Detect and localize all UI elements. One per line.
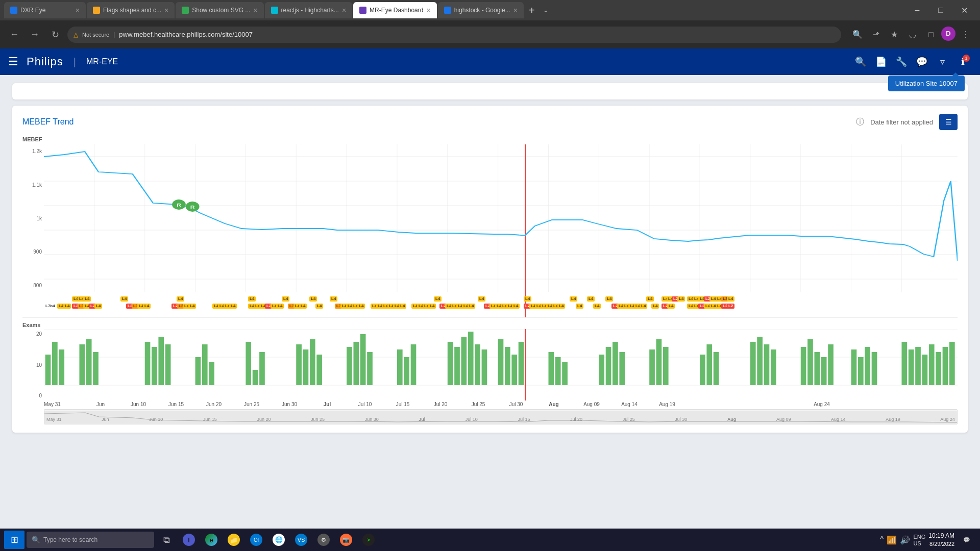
profile-button[interactable]: D: [941, 27, 955, 41]
flag-79-l4[interactable]: L4: [593, 304, 601, 309]
flag-67-l4[interactable]: L4: [512, 304, 520, 309]
hamburger-menu[interactable]: ☰: [8, 55, 18, 68]
bookmark-icon[interactable]: ★: [886, 27, 902, 43]
taskbar-search-input[interactable]: [43, 536, 135, 543]
taskbar-app-unknown1[interactable]: ⚙: [313, 531, 334, 549]
system-clock[interactable]: 10:19 AM 8/29/2022: [928, 532, 954, 548]
flag-32-l4[interactable]: L4: [282, 296, 289, 302]
flag-68-l4[interactable]: L4: [524, 296, 531, 302]
flag-16-l4[interactable]: L4: [177, 296, 184, 302]
flag-80-l4[interactable]: L4: [605, 296, 613, 302]
bar-39: [555, 357, 561, 385]
flag-75-l4[interactable]: L4: [557, 304, 565, 309]
flag-11-l4[interactable]: L4: [120, 296, 128, 302]
flag-10-l4[interactable]: L4: [94, 304, 102, 309]
taskbar-app-terminal[interactable]: >: [358, 531, 379, 549]
flag-94-l4[interactable]: L4: [667, 304, 675, 309]
extensions-icon[interactable]: ◡: [904, 27, 921, 43]
flag-37-l4[interactable]: L4: [315, 304, 323, 309]
tab-close-5[interactable]: ×: [426, 6, 430, 14]
chart-navigator[interactable]: May 31 Jun Jun 10 Jun 15 Jun 20 Jun 25 J…: [44, 409, 958, 424]
tab-reactjs-highcharts[interactable]: reactjs - Highcharts... ×: [265, 2, 353, 18]
bar-23: [360, 334, 366, 385]
flag-36-l4[interactable]: L4: [309, 296, 317, 302]
flag-60-l4[interactable]: L4: [468, 304, 475, 309]
filter-icon[interactable]: ▿: [933, 53, 951, 71]
taskbar-app-teams[interactable]: T: [179, 531, 199, 549]
refresh-button[interactable]: ↻: [47, 27, 63, 43]
settings-icon[interactable]: ⋮: [958, 27, 974, 43]
tab-highstock[interactable]: highstock - Google... ×: [438, 2, 524, 18]
taskbar-app-photos[interactable]: 📷: [336, 531, 356, 549]
taskbar-app-explorer[interactable]: 📁: [224, 531, 244, 549]
maximize-button[interactable]: □: [929, 0, 952, 20]
start-button[interactable]: ⊞: [4, 531, 24, 549]
flag-87-l4[interactable]: L4: [646, 296, 654, 302]
chart-menu-button[interactable]: ☰: [939, 114, 958, 130]
browser-toolbar-icons: 🔍 ⬏ ★ ◡ □ D ⋮: [849, 27, 974, 43]
flag-43-l4[interactable]: L4: [357, 304, 365, 309]
tab-close-3[interactable]: ×: [253, 6, 257, 14]
taskbar-app-chrome[interactable]: 🌐: [268, 531, 289, 549]
taskbar-search[interactable]: 🔍: [27, 532, 154, 548]
flag-54-l4[interactable]: L4: [434, 296, 442, 302]
clock-time: 10:19 AM: [928, 532, 954, 540]
action-center-button[interactable]: 💬: [958, 531, 976, 549]
flag-77-l4[interactable]: L4: [576, 304, 583, 309]
chart-info-icon[interactable]: ⓘ: [856, 117, 864, 128]
flag-86-l4[interactable]: L4: [640, 304, 647, 309]
taskbar-app-vscode[interactable]: VS: [291, 531, 311, 549]
back-button[interactable]: ←: [6, 27, 22, 43]
flag-2-l4[interactable]: L4: [63, 304, 71, 309]
tab-overflow-button[interactable]: ⌄: [540, 7, 551, 14]
close-button[interactable]: ✕: [952, 0, 976, 20]
flag-24-l4[interactable]: L4: [229, 304, 237, 309]
flag-20-l4[interactable]: L4: [188, 304, 196, 309]
tab-dxr-eye[interactable]: DXR Eye ×: [4, 2, 86, 18]
tab-close-6[interactable]: ×: [513, 6, 518, 14]
tool-icon[interactable]: 🔧: [892, 53, 911, 71]
mebef-trend-card: MEBEF Trend ⓘ Date filter not applied ☰ …: [12, 106, 968, 433]
flag-92-l4[interactable]: L4: [677, 296, 685, 302]
flag-31-l4[interactable]: L4: [276, 304, 284, 309]
forward-button[interactable]: →: [27, 27, 43, 43]
volume-icon[interactable]: 🔊: [900, 535, 910, 545]
flag-88-l4[interactable]: L4: [651, 304, 659, 309]
minimize-button[interactable]: –: [905, 0, 929, 20]
document-icon[interactable]: 📄: [872, 53, 890, 71]
flag-5-l4[interactable]: L4: [83, 296, 91, 302]
flag-76-l4[interactable]: L4: [570, 296, 577, 302]
flag-110-l2[interactable]: L2: [727, 304, 734, 309]
tab-close-1[interactable]: ×: [76, 6, 80, 14]
show-hidden-icons[interactable]: ^: [880, 535, 884, 544]
tab-mr-eye-dashboard[interactable]: MR-Eye Dashboard ×: [353, 2, 437, 18]
bar-71: [949, 342, 955, 385]
flag-109-l4[interactable]: L4: [727, 296, 734, 302]
search-icon[interactable]: 🔍: [851, 53, 870, 71]
flag-25-l4[interactable]: L4: [248, 296, 256, 302]
network-icon[interactable]: 📶: [887, 535, 897, 545]
taskbar-app-outlook[interactable]: Ol: [246, 531, 266, 549]
flag-78-l4[interactable]: L4: [587, 296, 595, 302]
taskbar-app-edge[interactable]: e: [201, 531, 222, 549]
bar-52: [757, 337, 763, 385]
tab-flags-shapes[interactable]: Flags shapes and c... ×: [87, 2, 175, 18]
flag-49-l4[interactable]: L4: [399, 304, 406, 309]
search-toolbar-icon[interactable]: 🔍: [849, 27, 866, 43]
sidebar-toggle-icon[interactable]: □: [923, 27, 939, 43]
flag-l7b4[interactable]: L7b4: [44, 304, 57, 309]
tab-close-2[interactable]: ×: [164, 6, 168, 14]
share-icon[interactable]: ⬏: [868, 27, 884, 43]
flag-61-l4[interactable]: L4: [478, 296, 485, 302]
address-bar[interactable]: △ Not secure | pww.mebef.healthcare.phil…: [67, 27, 841, 43]
flag-35-l4[interactable]: L4: [299, 304, 307, 309]
tab-close-4[interactable]: ×: [342, 6, 346, 14]
new-tab-button[interactable]: +: [525, 3, 539, 17]
taskbar-app-task-view[interactable]: ⧉: [156, 531, 177, 549]
flag-38-l4[interactable]: L4: [330, 296, 337, 302]
info-icon[interactable]: ℹ 1: [953, 53, 972, 71]
chat-icon[interactable]: 💬: [913, 53, 931, 71]
flag-53-l4[interactable]: L4: [428, 304, 436, 309]
tab-show-custom-svg[interactable]: Show custom SVG ... ×: [176, 2, 263, 18]
flag-15-l4[interactable]: L4: [143, 304, 151, 309]
